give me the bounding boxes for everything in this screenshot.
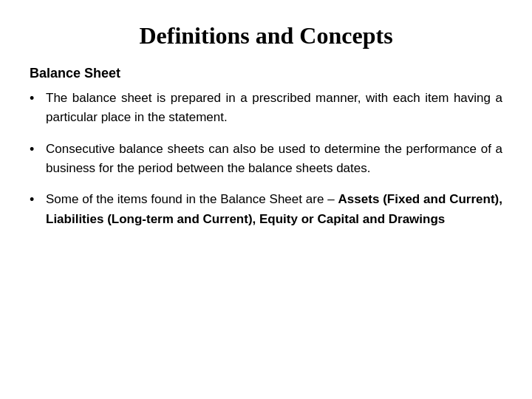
- bullet-text-1: The balance sheet is prepared in a presc…: [46, 89, 502, 128]
- bullet-dot: •: [30, 89, 46, 109]
- bullet-dot: •: [30, 140, 46, 160]
- list-item: • The balance sheet is prepared in a pre…: [30, 89, 502, 128]
- bullet-dot: •: [30, 190, 46, 211]
- list-item: • Consecutive balance sheets can also be…: [30, 140, 502, 179]
- bullet-text-3-normal: Some of the items found in the Balance S…: [46, 192, 338, 206]
- page-title: Definitions and Concepts: [30, 22, 502, 50]
- section-heading: Balance Sheet: [30, 66, 502, 81]
- bullet-list: • The balance sheet is prepared in a pre…: [30, 89, 502, 229]
- bullet-text-2: Consecutive balance sheets can also be u…: [46, 140, 502, 179]
- balance-sheet-section: Balance Sheet • The balance sheet is pre…: [30, 66, 502, 241]
- page-container: Definitions and Concepts Balance Sheet •…: [0, 0, 532, 399]
- list-item: • Some of the items found in the Balance…: [30, 190, 502, 229]
- bullet-text-3: Some of the items found in the Balance S…: [46, 190, 502, 229]
